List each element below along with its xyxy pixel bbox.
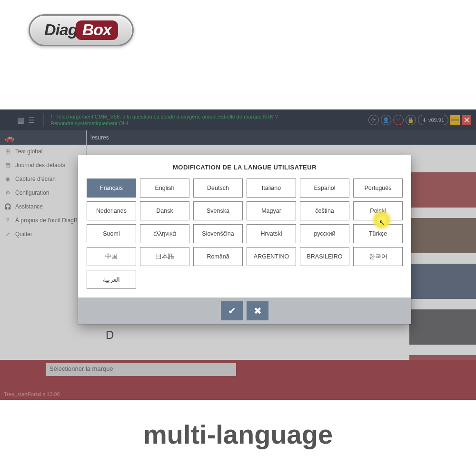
category-row[interactable] — [409, 264, 476, 299]
version-badge[interactable]: ⬇ v09.91 — [418, 115, 448, 125]
language-option[interactable]: Italiano — [247, 178, 296, 198]
check-icon: ✔ — [228, 305, 236, 317]
grid-view-icon[interactable]: ▦ — [17, 116, 24, 125]
sidebar-item-1[interactable]: ▤ Journal des défauts — [0, 159, 86, 172]
vehicle-tab[interactable]: 🚗 — [0, 130, 86, 145]
language-option[interactable]: 日本語 — [140, 247, 189, 266]
language-option[interactable]: 한국어 — [353, 247, 403, 266]
top-bar: ▦ ☰ ! Téléchargement CMM_V56, à la quest… — [0, 109, 476, 130]
language-modal: MODIFICATION DE LA LANGUE UTILISATEUR Fr… — [78, 155, 411, 324]
sidebar-item-icon: ↗ — [4, 231, 11, 238]
list-view-icon[interactable]: ☰ — [28, 116, 35, 125]
notice-banner: ! Téléchargement CMM_V56, à la question … — [43, 113, 291, 127]
minimize-button[interactable]: — — [450, 115, 460, 125]
category-row[interactable] — [409, 218, 476, 253]
sidebar-item-icon: ⚙ — [4, 189, 11, 196]
language-option[interactable]: BRASILEIRO — [300, 247, 349, 266]
brand-text-diag: Diag — [44, 20, 78, 39]
sub-toolbar-label: lesures — [90, 134, 109, 141]
sidebar-item-icon: ◉ — [4, 176, 11, 182]
language-option[interactable]: Dansk — [140, 201, 189, 220]
sidebar-item-0[interactable]: ⊞ Test global — [0, 145, 86, 159]
sidebar-item-icon: ? — [4, 217, 11, 224]
language-option[interactable]: Svenska — [193, 201, 243, 220]
language-option[interactable]: Deutsch — [193, 178, 243, 198]
sidebar-item-icon: ▤ — [4, 162, 11, 169]
language-option[interactable]: Română — [193, 247, 243, 266]
sidebar-item-label: Capture d'écran — [15, 176, 56, 182]
sidebar-item-icon: ⊞ — [4, 148, 11, 155]
language-option[interactable]: Magyar — [247, 201, 296, 220]
notice-text: Téléchargement CMM_V56, à la question La… — [50, 114, 278, 126]
app-window: ▦ ☰ ! Téléchargement CMM_V56, à la quest… — [0, 109, 476, 400]
language-option[interactable]: ARGENTINO — [247, 247, 296, 266]
brand-select[interactable]: Sélectionner la marque — [46, 363, 236, 376]
image-caption: multi-language — [0, 419, 476, 450]
language-option[interactable]: Português — [353, 178, 403, 198]
language-option[interactable]: English — [140, 178, 189, 198]
language-option[interactable]: Suomi — [87, 224, 136, 243]
sidebar-item-2[interactable]: ◉ Capture d'écran — [0, 172, 86, 186]
language-grid: FrançaisEnglishDeutschItalianoEspañolPor… — [78, 178, 411, 298]
wifi-icon[interactable]: ⌔ — [393, 115, 404, 125]
tree-path: Tree_startPortal.s 13.00 — [4, 391, 60, 397]
language-option[interactable]: Français — [87, 178, 136, 198]
cancel-button[interactable]: ✖ — [247, 301, 268, 320]
sidebar: 🚗 ⊞ Test global▤ Journal des défauts◉ Ca… — [0, 130, 87, 241]
category-row[interactable] — [409, 309, 476, 345]
language-option[interactable]: Slovenščina — [193, 224, 243, 243]
car-icon: 🚗 — [5, 133, 14, 142]
brand-text-box: Box — [76, 20, 118, 40]
language-option[interactable]: ελληνικά — [140, 224, 189, 243]
close-icon: ✖ — [254, 305, 262, 317]
language-option[interactable]: 中国 — [87, 247, 136, 266]
modal-footer: ✔ ✖ — [78, 298, 411, 324]
modal-title: MODIFICATION DE LA LANGUE UTILISATEUR — [78, 155, 411, 178]
sidebar-item-label: Quitter — [15, 231, 32, 238]
brand-logo: DiagBox — [29, 14, 134, 46]
sidebar-item-label: Assistance — [15, 203, 43, 210]
bottom-bar: Sélectionner la marque Tree_startPortal.… — [0, 360, 476, 400]
sidebar-item-label: Journal des défauts — [15, 162, 65, 169]
refresh-icon[interactable]: ⟳ — [368, 115, 379, 125]
cursor-icon: ↖ — [379, 218, 385, 227]
sidebar-item-5[interactable]: ? À propos de l'outil DiagB — [0, 214, 86, 228]
background-letter: D — [106, 328, 114, 342]
language-option[interactable]: Español — [300, 178, 349, 198]
sidebar-item-4[interactable]: 🎧 Assistance — [0, 200, 86, 214]
language-option[interactable]: русский — [300, 224, 349, 243]
language-option[interactable]: Hrvatski — [247, 224, 296, 243]
close-window-button[interactable]: ✕ — [462, 115, 471, 125]
language-option[interactable]: العربية — [87, 270, 136, 289]
confirm-button[interactable]: ✔ — [221, 301, 243, 320]
lock-icon[interactable]: 🔒 — [406, 115, 416, 125]
language-option[interactable]: čeština — [300, 201, 349, 220]
sidebar-item-label: À propos de l'outil DiagB — [15, 217, 78, 224]
download-icon: ⬇ — [422, 117, 426, 123]
language-option[interactable]: Nederlands — [87, 201, 136, 220]
sidebar-item-label: Configuration — [15, 189, 49, 196]
sidebar-item-icon: 🎧 — [4, 203, 11, 210]
sidebar-item-3[interactable]: ⚙ Configuration — [0, 186, 86, 200]
sidebar-item-label: Test global — [15, 148, 42, 155]
user-icon[interactable]: 👤 — [381, 115, 391, 125]
category-row[interactable] — [409, 172, 476, 208]
alert-icon: ! — [50, 114, 52, 119]
sidebar-item-6[interactable]: ↗ Quitter — [0, 228, 86, 241]
